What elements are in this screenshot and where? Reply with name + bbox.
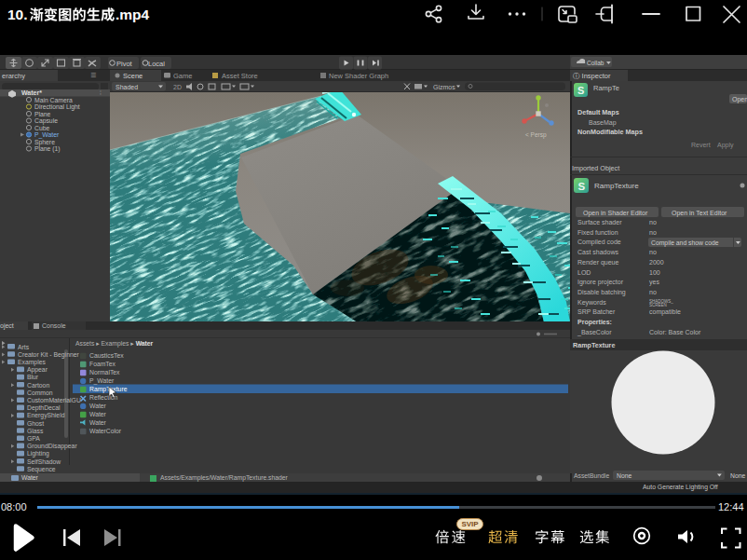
svg-text:Creator Kit - Beginner: Creator Kit - Beginner (18, 351, 79, 359)
svg-text:WaterColor: WaterColor (89, 428, 122, 434)
svg-text:S: S (577, 85, 584, 96)
svg-text:BaseMap: BaseMap (589, 119, 617, 127)
svg-text:Water: Water (89, 419, 107, 426)
svg-text:Default Maps: Default Maps (577, 108, 619, 116)
svg-text:LOD: LOD (577, 269, 591, 276)
svg-text:⁞: ⁞ (100, 89, 102, 96)
svg-text:S: S (578, 181, 586, 192)
svg-text:Arts: Arts (18, 344, 30, 350)
svg-text:Lighting: Lighting (27, 450, 49, 458)
svg-text:Pivot: Pivot (116, 60, 133, 68)
svg-text:no: no (649, 229, 657, 236)
svg-text:Sequence: Sequence (27, 466, 56, 473)
svg-text:NonModifiable Maps: NonModifiable Maps (577, 128, 643, 136)
svg-text:Render queue: Render queue (577, 259, 618, 266)
svg-text:Cube: Cube (34, 125, 49, 131)
svg-text:Plane: Plane (34, 111, 51, 117)
svg-text:Glass: Glass (27, 428, 44, 434)
svg-text:Appear: Appear (27, 366, 48, 374)
svg-text:yes: yes (649, 279, 659, 286)
svg-text:Water: Water (89, 411, 107, 417)
svg-text:Water: Water (89, 403, 107, 409)
svg-text:EnergyShield: EnergyShield (27, 412, 65, 419)
svg-text:SRP Batcher: SRP Batcher (577, 308, 616, 315)
svg-text:None: None (730, 472, 745, 479)
svg-text:Open in Shader Editor: Open in Shader Editor (583, 210, 648, 217)
svg-text:Plane (1): Plane (1) (34, 145, 61, 153)
svg-text:Assets ▸ Examples ▸ Water: Assets ▸ Examples ▸ Water (75, 340, 154, 348)
svg-text:RampTe: RampTe (593, 84, 619, 92)
svg-text:AssetBundle: AssetBundle (574, 472, 609, 479)
svg-text:Fixed function: Fixed function (577, 229, 618, 236)
svg-text:Open in Text Editor: Open in Text Editor (672, 210, 727, 217)
svg-text:Main Camera: Main Camera (34, 97, 73, 103)
svg-text:_BaseColor: _BaseColor (577, 329, 612, 336)
svg-text:New Shader Graph: New Shader Graph (329, 72, 388, 80)
svg-text:Keywords: Keywords (577, 299, 606, 307)
svg-text:Common: Common (27, 389, 53, 396)
svg-text:Compiled code: Compiled code (577, 239, 621, 246)
svg-text:compatible: compatible (649, 308, 681, 316)
svg-text:CausticsTex: CausticsTex (89, 352, 124, 359)
svg-text:Game: Game (173, 72, 192, 80)
svg-text:< Persp: < Persp (525, 131, 547, 139)
svg-text:RampTexture: RampTexture (89, 386, 128, 393)
svg-text:Scene: Scene (123, 72, 143, 80)
svg-text:FoamTex: FoamTex (89, 361, 116, 367)
svg-text:P_Water: P_Water (89, 377, 115, 385)
svg-text:RampTexture: RampTexture (594, 182, 639, 190)
svg-text:10.: 10. (7, 7, 28, 22)
svg-text:Shaded: Shaded (115, 84, 138, 90)
svg-text:Ignore projector: Ignore projector (577, 279, 624, 286)
svg-text:RampTexture: RampTexture (573, 341, 615, 349)
svg-text:no: no (649, 219, 657, 225)
svg-text:None: None (617, 472, 632, 479)
svg-text:Examples: Examples (18, 359, 46, 366)
svg-text:Revert: Revert (691, 142, 711, 148)
svg-text:Open: Open (732, 96, 747, 103)
svg-text:DepthDecal: DepthDecal (27, 404, 61, 412)
svg-text:100: 100 (649, 269, 660, 276)
svg-text:Blur: Blur (27, 374, 39, 380)
svg-text:NormalTex: NormalTex (89, 369, 120, 376)
svg-text:Local: Local (148, 60, 165, 68)
svg-text:Surface shader: Surface shader (577, 219, 622, 225)
svg-text:Asset Store: Asset Store (222, 72, 258, 80)
svg-text:Cast shadows: Cast shadows (577, 249, 618, 255)
svg-text:Ghost: Ghost (27, 420, 44, 427)
svg-text:Disable batching: Disable batching (577, 289, 626, 296)
svg-text:Compile and show code: Compile and show code (651, 239, 719, 247)
svg-text:GPA: GPA (27, 435, 40, 442)
svg-text:SCREEN: SCREEN (649, 303, 667, 307)
svg-text:CustomMaterialGU: CustomMaterialGU (27, 397, 81, 403)
svg-text:Color: Base Color: Color: Base Color (649, 329, 701, 335)
svg-text:Apply: Apply (717, 142, 734, 149)
svg-text:Cartoon: Cartoon (27, 382, 49, 389)
svg-text:SelfShadow: SelfShadow (27, 458, 61, 465)
svg-text:2000: 2000 (649, 259, 664, 266)
svg-text:Collab: Collab (587, 60, 604, 66)
svg-text:Properties:: Properties: (577, 319, 612, 326)
svg-text:2D: 2D (173, 84, 182, 90)
svg-text:Gizmos: Gizmos (433, 84, 455, 90)
svg-text:no: no (649, 289, 657, 295)
svg-text:no: no (649, 249, 657, 255)
svg-text:GroundDisappear: GroundDisappear (27, 443, 77, 450)
svg-text:Imported Object: Imported Object (572, 164, 619, 172)
svg-text:.mp4: .mp4 (115, 7, 150, 22)
svg-text:Water*: Water* (21, 89, 42, 96)
